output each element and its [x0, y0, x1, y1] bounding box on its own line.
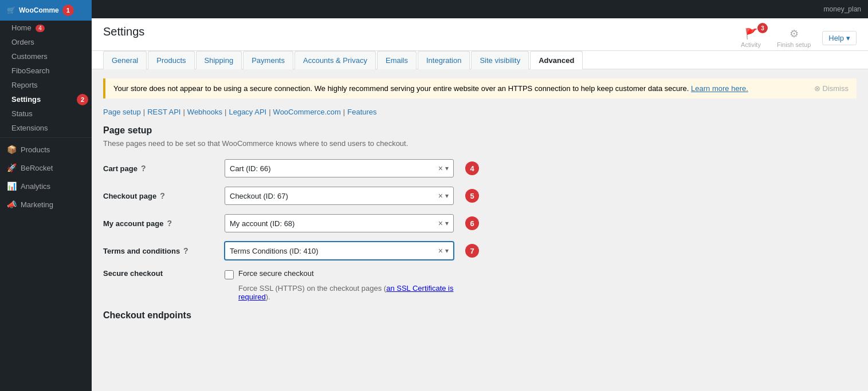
- cart-page-row: Cart page ? Cart (ID: 66) × ▾ 4: [103, 159, 857, 177]
- secure-checkout-control: Force secure checkout Force SSL (HTTPS) …: [225, 269, 454, 301]
- alert-banner: Your store does not appear to be using a…: [103, 78, 857, 98]
- header-actions: 🚩 Activity 3 ⚙ Finish setup Help ▾: [736, 25, 857, 50]
- subnav-page-setup[interactable]: Page setup: [103, 108, 141, 116]
- activity-button[interactable]: 🚩 Activity 3: [736, 25, 765, 50]
- badge-5: 5: [465, 189, 479, 203]
- terms-conditions-row: Terms and conditions ? Terms Conditions …: [103, 242, 857, 260]
- subnav-legacy-api[interactable]: Legacy API: [229, 108, 266, 116]
- my-account-page-label: My account page ?: [103, 219, 218, 228]
- berocket-icon: 🚀: [7, 163, 16, 172]
- subnav-features[interactable]: Features: [347, 108, 376, 116]
- dismiss-button[interactable]: ⊗ Dismiss: [814, 84, 849, 93]
- terms-conditions-control: Terms Conditions (ID: 410) × ▾ 7: [225, 242, 454, 260]
- dismiss-icon: ⊗: [814, 84, 820, 93]
- sub-navigation: Page setup | REST API | Webhooks | Legac…: [103, 108, 857, 116]
- subnav-woocommerce-com[interactable]: WooCommerce.com: [273, 108, 341, 116]
- help-button[interactable]: Help ▾: [822, 31, 857, 45]
- checkout-page-row: Checkout page ? Checkout (ID: 67) × ▾ 5: [103, 187, 857, 205]
- subnav-rest-api[interactable]: REST API: [147, 108, 180, 116]
- my-account-clear-icon[interactable]: ×: [438, 219, 443, 228]
- badge-4: 4: [465, 161, 479, 175]
- tab-site-visibility[interactable]: Site visibility: [471, 51, 529, 69]
- sidebar-analytics-label: Analytics: [21, 182, 50, 191]
- topbar: money_plan: [92, 0, 868, 18]
- terms-clear-icon[interactable]: ×: [438, 246, 443, 255]
- subnav-webhooks[interactable]: Webhooks: [187, 108, 222, 116]
- tab-payments[interactable]: Payments: [243, 51, 293, 69]
- alert-link[interactable]: Learn more here.: [691, 84, 748, 93]
- checkout-arrow-icon[interactable]: ▾: [445, 192, 449, 200]
- sidebar-item-marketing[interactable]: 📣 Marketing: [0, 195, 92, 214]
- cart-clear-icon[interactable]: ×: [438, 164, 443, 173]
- my-account-arrow-icon[interactable]: ▾: [445, 219, 449, 227]
- checkout-page-help-icon[interactable]: ?: [160, 191, 165, 200]
- my-account-page-control: My account (ID: 68) × ▾ 6: [225, 214, 454, 232]
- secure-checkout-row: Secure checkout Force secure checkout Fo…: [103, 269, 857, 301]
- cart-arrow-icon[interactable]: ▾: [445, 164, 449, 172]
- checkout-page-value: Checkout (ID: 67): [230, 192, 438, 200]
- tab-advanced[interactable]: Advanced: [530, 51, 583, 69]
- secure-checkout-label: Secure checkout: [103, 269, 218, 278]
- terms-help-icon[interactable]: ?: [183, 246, 188, 255]
- tab-integration[interactable]: Integration: [418, 51, 470, 69]
- terms-conditions-label: Terms and conditions ?: [103, 246, 218, 255]
- secure-checkout-desc: Force SSL (HTTPS) on the checkout pages …: [238, 284, 454, 301]
- checkout-clear-icon[interactable]: ×: [438, 191, 443, 200]
- terms-conditions-select[interactable]: Terms Conditions (ID: 410) × ▾: [225, 242, 454, 260]
- cart-page-help-icon[interactable]: ?: [141, 164, 146, 173]
- cart-page-control: Cart (ID: 66) × ▾ 4: [225, 159, 454, 177]
- checkout-page-select[interactable]: Checkout (ID: 67) × ▾: [225, 187, 454, 205]
- tab-products[interactable]: Products: [148, 51, 194, 69]
- force-secure-row: Force secure checkout: [225, 269, 454, 279]
- tab-shipping[interactable]: Shipping: [196, 51, 242, 69]
- checkout-page-control: Checkout (ID: 67) × ▾ 5: [225, 187, 454, 205]
- main-area: money_plan Settings 🚩 Activity 3 ⚙ Finis…: [92, 0, 868, 391]
- badge-1: 1: [62, 5, 74, 16]
- dismiss-label: Dismiss: [823, 84, 849, 93]
- sidebar-sub-reports[interactable]: Reports: [0, 78, 92, 92]
- tab-general[interactable]: General: [103, 51, 147, 69]
- my-account-help-icon[interactable]: ?: [167, 219, 172, 228]
- analytics-icon: 📊: [7, 181, 16, 191]
- badge-6: 6: [465, 216, 479, 230]
- woo-icon: 🛒: [7, 6, 15, 14]
- sidebar-item-products[interactable]: 📦 Products: [0, 140, 92, 159]
- sidebar-woocommerce-header[interactable]: 🛒 WooComme 1: [0, 0, 92, 21]
- cart-page-select[interactable]: Cart (ID: 66) × ▾: [225, 159, 454, 177]
- checkout-endpoints-title: Checkout endpoints: [103, 310, 857, 321]
- finish-setup-button[interactable]: ⚙ Finish setup: [772, 25, 815, 50]
- my-account-page-select[interactable]: My account (ID: 68) × ▾: [225, 214, 454, 232]
- sidebar-sub-home[interactable]: Home 4: [0, 21, 92, 35]
- cart-page-label: Cart page ?: [103, 164, 218, 173]
- sidebar-sub-settings[interactable]: Settings 2: [0, 92, 92, 106]
- alert-text: Your store does not appear to be using a…: [113, 84, 748, 93]
- sidebar-item-berocket[interactable]: 🚀 BeRocket: [0, 159, 92, 177]
- activity-icon: 🚩: [745, 27, 757, 40]
- checkout-page-label: Checkout page ?: [103, 191, 218, 200]
- terms-conditions-value: Terms Conditions (ID: 410): [230, 247, 438, 255]
- tab-accounts[interactable]: Accounts & Privacy: [294, 51, 376, 69]
- sidebar-woo-label: WooComme: [19, 6, 59, 14]
- sidebar-sub-orders[interactable]: Orders: [0, 35, 92, 49]
- tab-emails[interactable]: Emails: [377, 51, 417, 69]
- activity-label: Activity: [741, 41, 761, 48]
- home-badge: 4: [36, 25, 45, 32]
- sidebar-sub-extensions[interactable]: Extensions: [0, 121, 92, 135]
- badge-7: 7: [465, 244, 479, 258]
- my-account-page-value: My account (ID: 68): [230, 219, 438, 228]
- terms-arrow-icon[interactable]: ▾: [445, 247, 449, 255]
- cart-page-value: Cart (ID: 66): [230, 164, 438, 173]
- sidebar-item-analytics[interactable]: 📊 Analytics: [0, 177, 92, 195]
- badge-2: 2: [77, 94, 88, 105]
- content-area: Settings 🚩 Activity 3 ⚙ Finish setup Hel…: [92, 18, 868, 391]
- finish-setup-label: Finish setup: [777, 41, 811, 48]
- sidebar-sub-fibosearch[interactable]: FiboSearch: [0, 64, 92, 78]
- sidebar-sub-status[interactable]: Status: [0, 106, 92, 121]
- force-secure-checkbox-label[interactable]: Force secure checkout: [238, 269, 314, 278]
- help-chevron-icon: ▾: [846, 34, 850, 42]
- sidebar-sub-customers[interactable]: Customers: [0, 49, 92, 64]
- sidebar-marketing-label: Marketing: [21, 200, 53, 209]
- topbar-user: money_plan: [824, 5, 861, 13]
- force-secure-checkbox[interactable]: [225, 270, 234, 279]
- settings-tabs: General Products Shipping Payments Accou…: [92, 51, 868, 69]
